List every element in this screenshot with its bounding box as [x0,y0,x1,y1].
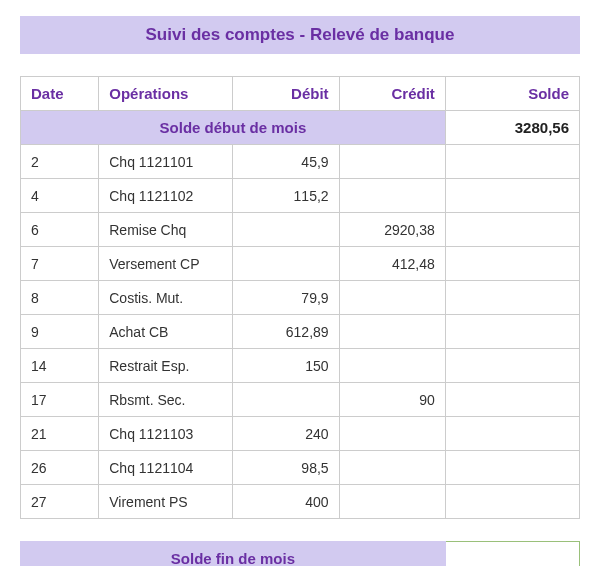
table-row: 7Versement CP412,48 [21,247,580,281]
cell-credit [339,485,445,519]
closing-balance-value [445,542,579,567]
cell-debit: 612,89 [233,315,339,349]
cell-operation: Chq 1121103 [99,417,233,451]
cell-solde [445,213,579,247]
col-header-operations: Opérations [99,77,233,111]
cell-operation: Achat CB [99,315,233,349]
cell-operation: Chq 1121104 [99,451,233,485]
cell-solde [445,315,579,349]
cell-solde [445,281,579,315]
cell-debit: 98,5 [233,451,339,485]
table-row: 14Restrait Esp.150 [21,349,580,383]
cell-operation: Costis. Mut. [99,281,233,315]
closing-balance-table: Solde fin de mois [20,541,580,566]
table-row: 21Chq 1121103240 [21,417,580,451]
table-row: 17Rbsmt. Sec.90 [21,383,580,417]
cell-date: 2 [21,145,99,179]
page-title: Suivi des comptes - Relevé de banque [20,16,580,54]
cell-operation: Remise Chq [99,213,233,247]
cell-date: 4 [21,179,99,213]
cell-debit: 45,9 [233,145,339,179]
cell-date: 7 [21,247,99,281]
cell-solde [445,417,579,451]
cell-credit: 2920,38 [339,213,445,247]
table-row: 9Achat CB612,89 [21,315,580,349]
table-row: 4Chq 1121102115,2 [21,179,580,213]
ledger-table: Date Opérations Débit Crédit Solde Solde… [20,76,580,519]
cell-credit: 412,48 [339,247,445,281]
cell-debit: 240 [233,417,339,451]
cell-solde [445,349,579,383]
cell-date: 8 [21,281,99,315]
cell-solde [445,179,579,213]
cell-solde [445,451,579,485]
table-row: 8Costis. Mut.79,9 [21,281,580,315]
cell-debit: 150 [233,349,339,383]
closing-balance-row: Solde fin de mois [21,542,580,567]
col-header-date: Date [21,77,99,111]
cell-operation: Chq 1121102 [99,179,233,213]
cell-date: 21 [21,417,99,451]
opening-balance-label: Solde début de mois [21,111,446,145]
cell-debit [233,247,339,281]
cell-solde [445,485,579,519]
closing-balance-label: Solde fin de mois [21,542,446,567]
cell-operation: Restrait Esp. [99,349,233,383]
cell-debit: 79,9 [233,281,339,315]
cell-date: 9 [21,315,99,349]
cell-credit [339,349,445,383]
cell-credit [339,179,445,213]
table-row: 26Chq 112110498,5 [21,451,580,485]
cell-operation: Virement PS [99,485,233,519]
cell-solde [445,247,579,281]
opening-balance-row: Solde début de mois 3280,56 [21,111,580,145]
cell-date: 17 [21,383,99,417]
col-header-solde: Solde [445,77,579,111]
cell-date: 26 [21,451,99,485]
cell-debit [233,213,339,247]
table-row: 6Remise Chq2920,38 [21,213,580,247]
cell-date: 14 [21,349,99,383]
header-row: Date Opérations Débit Crédit Solde [21,77,580,111]
cell-credit: 90 [339,383,445,417]
cell-debit [233,383,339,417]
cell-date: 6 [21,213,99,247]
cell-credit [339,281,445,315]
cell-debit: 115,2 [233,179,339,213]
cell-credit [339,451,445,485]
cell-credit [339,145,445,179]
cell-credit [339,315,445,349]
table-row: 27Virement PS400 [21,485,580,519]
cell-solde [445,145,579,179]
cell-credit [339,417,445,451]
opening-balance-value: 3280,56 [445,111,579,145]
col-header-credit: Crédit [339,77,445,111]
col-header-debit: Débit [233,77,339,111]
cell-operation: Rbsmt. Sec. [99,383,233,417]
cell-operation: Chq 1121101 [99,145,233,179]
cell-date: 27 [21,485,99,519]
cell-operation: Versement CP [99,247,233,281]
cell-debit: 400 [233,485,339,519]
table-row: 2Chq 112110145,9 [21,145,580,179]
cell-solde [445,383,579,417]
